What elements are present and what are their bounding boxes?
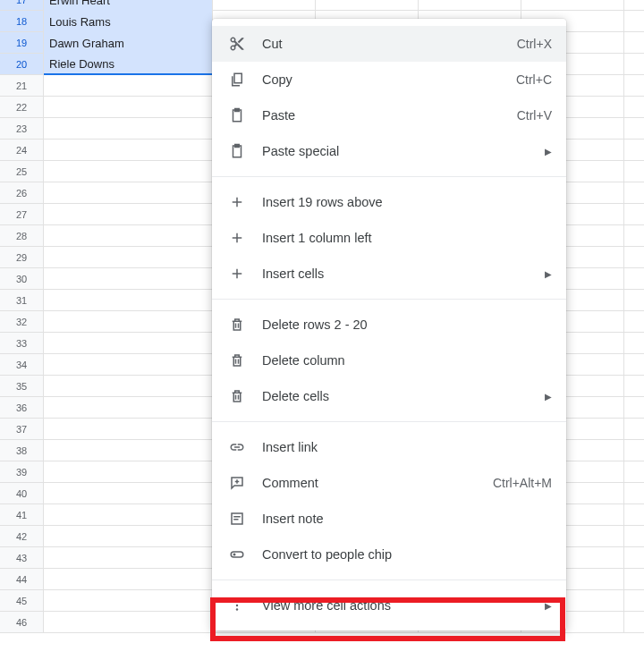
row-header[interactable]: 17 [0,0,44,11]
cell[interactable] [44,483,213,504]
row-header[interactable]: 42 [0,526,44,547]
cell[interactable] [44,504,213,526]
menu-insert-cells[interactable]: Insert cells ▶ [212,256,566,292]
menu-paste[interactable]: Paste Ctrl+V [212,97,566,133]
cell[interactable] [44,290,213,311]
row-header[interactable]: 24 [0,140,44,161]
cell[interactable] [44,182,213,204]
row-header[interactable]: 44 [0,569,44,590]
row-header[interactable]: 21 [0,75,44,97]
cell[interactable] [624,54,644,75]
cell[interactable] [624,547,644,569]
row-header[interactable]: 38 [0,440,44,461]
row-header[interactable]: 28 [0,225,44,247]
cell[interactable] [624,225,644,247]
cell[interactable]: Erwin Heart [44,0,213,11]
cell[interactable] [624,461,644,483]
cell[interactable] [624,97,644,118]
cell[interactable] [624,268,644,290]
cell[interactable] [44,247,213,268]
menu-copy[interactable]: Copy Ctrl+C [212,62,566,97]
row-header[interactable]: 27 [0,204,44,225]
row-header[interactable]: 32 [0,311,44,333]
cell[interactable] [44,569,213,590]
menu-delete-cells[interactable]: Delete cells ▶ [212,378,566,414]
row-header[interactable]: 30 [0,268,44,290]
row-header[interactable]: 19 [0,32,44,54]
cell[interactable] [316,0,419,11]
row-header[interactable]: 33 [0,333,44,354]
cell[interactable] [624,397,644,419]
row-header[interactable]: 20 [0,54,44,75]
cell[interactable] [44,268,213,290]
row-header[interactable]: 41 [0,504,44,526]
row-header[interactable]: 40 [0,483,44,504]
cell[interactable] [44,461,213,483]
cell[interactable] [44,161,213,182]
cell[interactable] [44,225,213,247]
cell[interactable] [44,311,213,333]
cell[interactable] [624,0,644,11]
cell[interactable] [624,311,644,333]
cell[interactable] [624,569,644,590]
menu-paste-special[interactable]: Paste special ▶ [212,133,566,169]
cell[interactable] [624,140,644,161]
menu-insert-note[interactable]: Insert note [212,501,566,537]
cell[interactable] [624,333,644,354]
cell[interactable] [624,612,644,633]
cell[interactable]: Louis Rams [44,11,213,32]
cell[interactable] [44,204,213,225]
cell[interactable] [624,32,644,54]
row-header[interactable]: 23 [0,118,44,140]
row-header[interactable]: 31 [0,290,44,311]
cell[interactable] [44,612,213,633]
cell[interactable] [44,75,213,97]
cell[interactable] [624,161,644,182]
menu-comment[interactable]: Comment Ctrl+Alt+M [212,465,566,501]
cell[interactable] [624,419,644,440]
row-header[interactable]: 18 [0,11,44,32]
menu-convert-people-chip[interactable]: Convert to people chip [212,537,566,572]
cell[interactable] [624,11,644,32]
cell[interactable] [624,247,644,268]
cell[interactable]: Riele Downs [44,54,213,75]
row-header[interactable]: 29 [0,247,44,268]
cell[interactable] [44,526,213,547]
cell[interactable] [44,440,213,461]
cell[interactable] [624,376,644,397]
cell[interactable] [624,590,644,612]
row-header[interactable]: 22 [0,97,44,118]
cell[interactable] [44,590,213,612]
cell[interactable] [624,504,644,526]
menu-insert-column-left[interactable]: Insert 1 column left [212,220,566,256]
menu-view-more-cell-actions[interactable]: View more cell actions ▶ [212,588,566,623]
cell[interactable] [213,0,316,11]
cell[interactable] [624,290,644,311]
cell[interactable] [624,526,644,547]
row-header[interactable]: 36 [0,397,44,419]
cell[interactable] [624,483,644,504]
cell[interactable] [521,0,624,11]
cell[interactable] [44,354,213,376]
menu-insert-rows-above[interactable]: Insert 19 rows above [212,184,566,220]
cell[interactable] [44,118,213,140]
cell[interactable] [624,354,644,376]
cell[interactable] [44,140,213,161]
cell[interactable] [624,440,644,461]
cell[interactable]: Dawn Graham [44,32,213,54]
cell[interactable] [44,547,213,569]
row-header[interactable]: 46 [0,612,44,633]
cell[interactable] [419,0,521,11]
menu-insert-link[interactable]: Insert link [212,429,566,465]
menu-delete-column[interactable]: Delete column [212,343,566,378]
cell[interactable] [44,97,213,118]
cell[interactable] [44,397,213,419]
cell[interactable] [44,333,213,354]
menu-delete-rows[interactable]: Delete rows 2 - 20 [212,307,566,343]
row-header[interactable]: 39 [0,461,44,483]
cell[interactable] [44,376,213,397]
cell[interactable] [624,75,644,97]
cell[interactable] [624,204,644,225]
table-row[interactable]: 17Erwin Heart [0,0,644,11]
row-header[interactable]: 26 [0,182,44,204]
